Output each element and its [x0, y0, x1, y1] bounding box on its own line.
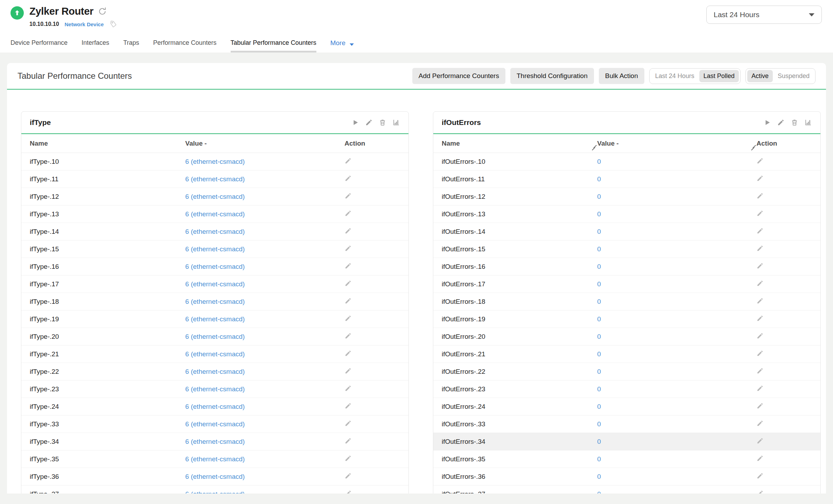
counter-value-link[interactable]: 0 — [597, 438, 601, 445]
counter-value-link[interactable]: 0 — [597, 333, 601, 340]
delete-icon[interactable] — [791, 119, 798, 126]
device-category-link[interactable]: Network Device — [65, 21, 104, 27]
counter-value-link[interactable]: 0 — [597, 175, 601, 183]
counter-value-link[interactable]: 6 (ethernet-csmacd) — [185, 280, 245, 288]
play-icon[interactable] — [351, 119, 359, 126]
edit-row-icon[interactable] — [344, 157, 352, 164]
edit-row-icon[interactable] — [344, 472, 352, 479]
tab-performance-counters[interactable]: Performance Counters — [153, 39, 216, 52]
counter-value-link[interactable]: 0 — [597, 368, 601, 375]
counter-value-link[interactable]: 6 (ethernet-csmacd) — [185, 333, 245, 340]
edit-row-icon[interactable] — [756, 472, 764, 479]
edit-row-icon[interactable] — [756, 350, 764, 357]
edit-icon[interactable] — [777, 119, 785, 126]
tab-interfaces[interactable]: Interfaces — [82, 39, 109, 52]
counter-value-link[interactable]: 6 (ethernet-csmacd) — [185, 315, 245, 323]
counter-value-link[interactable]: 0 — [597, 298, 601, 305]
toggle-option-active[interactable]: Active — [747, 70, 773, 82]
edit-icon[interactable] — [365, 119, 373, 126]
tab-traps[interactable]: Traps — [123, 39, 139, 52]
counter-value-link[interactable]: 0 — [597, 245, 601, 253]
edit-row-icon[interactable] — [344, 385, 352, 392]
edit-row-icon[interactable] — [756, 157, 764, 164]
counter-value-link[interactable]: 0 — [597, 385, 601, 393]
edit-row-icon[interactable] — [756, 280, 764, 287]
edit-row-icon[interactable] — [756, 420, 764, 427]
counter-value-link[interactable]: 6 (ethernet-csmacd) — [185, 175, 245, 183]
edit-row-icon[interactable] — [756, 297, 764, 304]
resize-handle-icon[interactable] — [592, 145, 597, 150]
edit-row-icon[interactable] — [344, 402, 352, 410]
refresh-icon[interactable] — [98, 7, 107, 16]
counter-value-link[interactable]: 0 — [597, 420, 601, 428]
edit-row-icon[interactable] — [344, 245, 352, 252]
counter-value-link[interactable]: 6 (ethernet-csmacd) — [185, 420, 245, 428]
chart-icon[interactable] — [392, 119, 400, 126]
edit-row-icon[interactable] — [344, 315, 352, 322]
counter-value-link[interactable]: 6 (ethernet-csmacd) — [185, 455, 245, 463]
edit-row-icon[interactable] — [344, 227, 352, 234]
edit-row-icon[interactable] — [344, 210, 352, 217]
counter-value-link[interactable]: 6 (ethernet-csmacd) — [185, 245, 245, 253]
edit-row-icon[interactable] — [756, 210, 764, 217]
edit-row-icon[interactable] — [756, 175, 764, 182]
edit-row-icon[interactable] — [756, 490, 764, 494]
edit-row-icon[interactable] — [344, 490, 352, 494]
counter-value-link[interactable]: 0 — [597, 158, 601, 165]
tab-tabular-performance-counters[interactable]: Tabular Performance Counters — [231, 39, 316, 52]
edit-row-icon[interactable] — [756, 332, 764, 340]
counter-value-link[interactable]: 6 (ethernet-csmacd) — [185, 403, 245, 410]
counter-value-link[interactable]: 0 — [597, 403, 601, 410]
edit-row-icon[interactable] — [756, 455, 764, 462]
counter-value-link[interactable]: 6 (ethernet-csmacd) — [185, 368, 245, 375]
edit-row-icon[interactable] — [344, 192, 352, 200]
edit-row-icon[interactable] — [344, 262, 352, 270]
edit-row-icon[interactable] — [344, 437, 352, 444]
counter-value-link[interactable]: 6 (ethernet-csmacd) — [185, 193, 245, 200]
counter-value-link[interactable]: 6 (ethernet-csmacd) — [185, 158, 245, 165]
threshold-configuration-button[interactable]: Threshold Configuration — [510, 68, 594, 84]
add-performance-counters-button[interactable]: Add Performance Counters — [412, 68, 505, 84]
toggle-option-last-polled[interactable]: Last Polled — [699, 70, 739, 82]
play-icon[interactable] — [763, 119, 771, 126]
edit-row-icon[interactable] — [756, 402, 764, 410]
edit-row-icon[interactable] — [756, 385, 764, 392]
counter-value-link[interactable]: 0 — [597, 210, 601, 218]
counter-value-link[interactable]: 6 (ethernet-csmacd) — [185, 350, 245, 358]
edit-row-icon[interactable] — [756, 245, 764, 252]
chart-icon[interactable] — [804, 119, 812, 126]
resize-handle-icon[interactable] — [751, 145, 756, 150]
tab-device-performance[interactable]: Device Performance — [10, 39, 68, 52]
edit-row-icon[interactable] — [756, 315, 764, 322]
counter-value-link[interactable]: 6 (ethernet-csmacd) — [185, 473, 245, 480]
toggle-option-suspended[interactable]: Suspended — [774, 70, 814, 82]
edit-row-icon[interactable] — [756, 367, 764, 374]
tag-icon[interactable] — [109, 19, 118, 29]
delete-icon[interactable] — [379, 119, 386, 126]
time-range-select[interactable]: Last 24 Hours — [706, 6, 822, 24]
counter-value-link[interactable]: 0 — [597, 473, 601, 480]
counter-value-link[interactable]: 0 — [597, 263, 601, 270]
edit-row-icon[interactable] — [344, 455, 352, 462]
edit-row-icon[interactable] — [756, 437, 764, 444]
counter-value-link[interactable]: 0 — [597, 315, 601, 323]
tab-more[interactable]: More — [330, 39, 354, 52]
counter-value-link[interactable]: 6 (ethernet-csmacd) — [185, 385, 245, 393]
counter-value-link[interactable]: 6 (ethernet-csmacd) — [185, 210, 245, 218]
edit-row-icon[interactable] — [756, 227, 764, 234]
counter-value-link[interactable]: 6 (ethernet-csmacd) — [185, 438, 245, 445]
edit-row-icon[interactable] — [344, 297, 352, 304]
counter-value-link[interactable]: 0 — [597, 490, 601, 494]
edit-row-icon[interactable] — [344, 175, 352, 182]
edit-row-icon[interactable] — [756, 262, 764, 270]
counter-value-link[interactable]: 0 — [597, 350, 601, 358]
counter-value-link[interactable]: 6 (ethernet-csmacd) — [185, 263, 245, 270]
toggle-option-last-24-hours[interactable]: Last 24 Hours — [651, 70, 699, 82]
edit-row-icon[interactable] — [344, 350, 352, 357]
edit-row-icon[interactable] — [344, 420, 352, 427]
counter-value-link[interactable]: 0 — [597, 228, 601, 235]
counter-value-link[interactable]: 0 — [597, 455, 601, 463]
edit-row-icon[interactable] — [756, 192, 764, 200]
counter-value-link[interactable]: 6 (ethernet-csmacd) — [185, 298, 245, 305]
counter-value-link[interactable]: 6 (ethernet-csmacd) — [185, 228, 245, 235]
